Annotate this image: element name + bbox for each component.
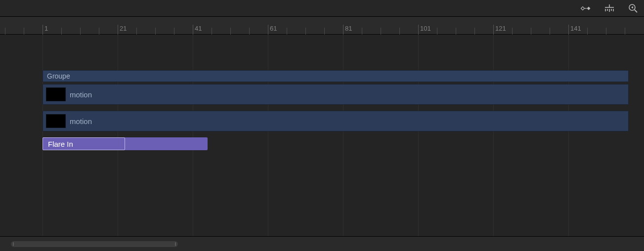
snapping-icon[interactable] [603,2,615,14]
keyframe-thinning-icon[interactable] [580,2,592,14]
zoom-icon[interactable] [627,2,639,14]
svg-line-12 [635,10,637,12]
ruler-tick-label: 81 [345,25,352,32]
timeline-footer [0,236,644,251]
ruler-tick-label: 41 [195,25,202,32]
behavior-label-box[interactable]: Flare In [43,137,125,150]
svg-marker-11 [631,6,633,9]
group-label: Groupe [47,72,70,80]
layer-label: motion [70,90,92,99]
horizontal-scrollbar-thumb[interactable] [11,241,178,247]
timeline-ruler[interactable]: 121416181101121141 [0,17,644,35]
timeline-canvas[interactable]: Groupe motion motion Flare In [0,35,644,236]
ruler-tick-label: 101 [420,25,431,32]
behavior-bar[interactable]: Flare In [43,137,208,150]
horizontal-scrollbar-track[interactable] [11,241,633,247]
toolbar [0,0,644,17]
ruler-tick-label: 141 [570,25,581,32]
ruler-tick-label: 1 [44,25,48,32]
layer-label: motion [70,117,92,126]
behavior-label: Flare In [48,140,73,148]
layer-bar[interactable]: motion [43,84,629,105]
layer-thumbnail [46,114,66,128]
layer-thumbnail [46,87,66,101]
svg-marker-1 [587,7,591,10]
layer-bar[interactable]: motion [43,111,629,131]
group-bar[interactable]: Groupe [43,70,629,82]
ruler-tick-label: 21 [120,25,127,32]
scrollbar-handle-right[interactable] [175,242,176,246]
ruler-tick-label: 121 [495,25,506,32]
toolbar-icons [580,0,639,17]
svg-marker-0 [581,7,585,10]
ruler-tick-label: 61 [270,25,277,32]
scrollbar-handle-left[interactable] [13,242,14,246]
